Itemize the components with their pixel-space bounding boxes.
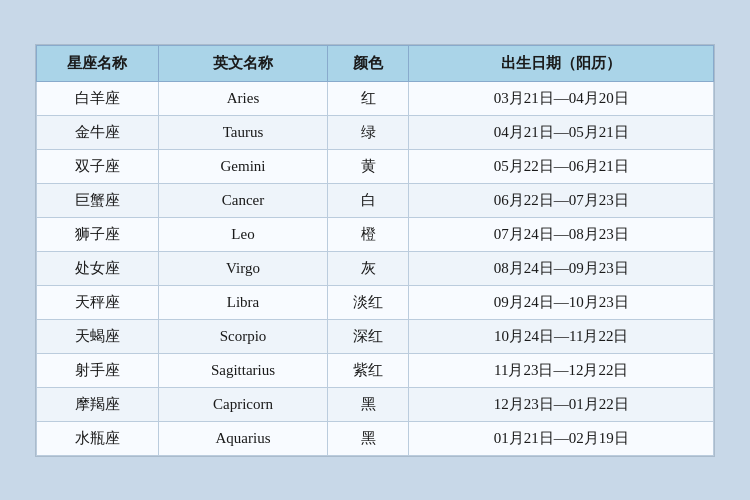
cell-color: 白 [328,183,409,217]
cell-chinese: 摩羯座 [37,387,159,421]
table-row: 天蝎座Scorpio深红10月24日—11月22日 [37,319,714,353]
cell-date: 01月21日—02月19日 [409,421,714,455]
cell-date: 10月24日—11月22日 [409,319,714,353]
cell-color: 红 [328,81,409,115]
cell-chinese: 狮子座 [37,217,159,251]
cell-english: Libra [158,285,327,319]
table-header-row: 星座名称 英文名称 颜色 出生日期（阳历） [37,45,714,81]
cell-english: Aries [158,81,327,115]
cell-date: 06月22日—07月23日 [409,183,714,217]
table-row: 双子座Gemini黄05月22日—06月21日 [37,149,714,183]
cell-color: 深红 [328,319,409,353]
cell-english: Cancer [158,183,327,217]
zodiac-table: 星座名称 英文名称 颜色 出生日期（阳历） 白羊座Aries红03月21日—04… [36,45,714,456]
cell-date: 08月24日—09月23日 [409,251,714,285]
table-row: 白羊座Aries红03月21日—04月20日 [37,81,714,115]
table-row: 金牛座Taurus绿04月21日—05月21日 [37,115,714,149]
cell-date: 04月21日—05月21日 [409,115,714,149]
table-row: 巨蟹座Cancer白06月22日—07月23日 [37,183,714,217]
cell-color: 绿 [328,115,409,149]
cell-chinese: 双子座 [37,149,159,183]
cell-chinese: 天秤座 [37,285,159,319]
cell-english: Aquarius [158,421,327,455]
cell-chinese: 白羊座 [37,81,159,115]
header-color: 颜色 [328,45,409,81]
table-row: 射手座Sagittarius紫红11月23日—12月22日 [37,353,714,387]
zodiac-table-container: 星座名称 英文名称 颜色 出生日期（阳历） 白羊座Aries红03月21日—04… [35,44,715,457]
header-date: 出生日期（阳历） [409,45,714,81]
cell-english: Scorpio [158,319,327,353]
cell-color: 黄 [328,149,409,183]
table-row: 狮子座Leo橙07月24日—08月23日 [37,217,714,251]
cell-color: 黑 [328,387,409,421]
cell-date: 07月24日—08月23日 [409,217,714,251]
cell-color: 橙 [328,217,409,251]
cell-date: 05月22日—06月21日 [409,149,714,183]
cell-chinese: 射手座 [37,353,159,387]
cell-date: 11月23日—12月22日 [409,353,714,387]
table-row: 摩羯座Capricorn黑12月23日—01月22日 [37,387,714,421]
header-chinese: 星座名称 [37,45,159,81]
table-row: 处女座Virgo灰08月24日—09月23日 [37,251,714,285]
cell-english: Taurus [158,115,327,149]
cell-color: 黑 [328,421,409,455]
cell-english: Gemini [158,149,327,183]
cell-chinese: 金牛座 [37,115,159,149]
cell-color: 紫红 [328,353,409,387]
cell-chinese: 巨蟹座 [37,183,159,217]
header-english: 英文名称 [158,45,327,81]
cell-chinese: 天蝎座 [37,319,159,353]
cell-date: 03月21日—04月20日 [409,81,714,115]
cell-color: 灰 [328,251,409,285]
cell-date: 12月23日—01月22日 [409,387,714,421]
cell-chinese: 水瓶座 [37,421,159,455]
cell-english: Leo [158,217,327,251]
table-row: 水瓶座Aquarius黑01月21日—02月19日 [37,421,714,455]
cell-english: Virgo [158,251,327,285]
cell-english: Sagittarius [158,353,327,387]
cell-date: 09月24日—10月23日 [409,285,714,319]
cell-english: Capricorn [158,387,327,421]
table-body: 白羊座Aries红03月21日—04月20日金牛座Taurus绿04月21日—0… [37,81,714,455]
cell-color: 淡红 [328,285,409,319]
table-row: 天秤座Libra淡红09月24日—10月23日 [37,285,714,319]
cell-chinese: 处女座 [37,251,159,285]
